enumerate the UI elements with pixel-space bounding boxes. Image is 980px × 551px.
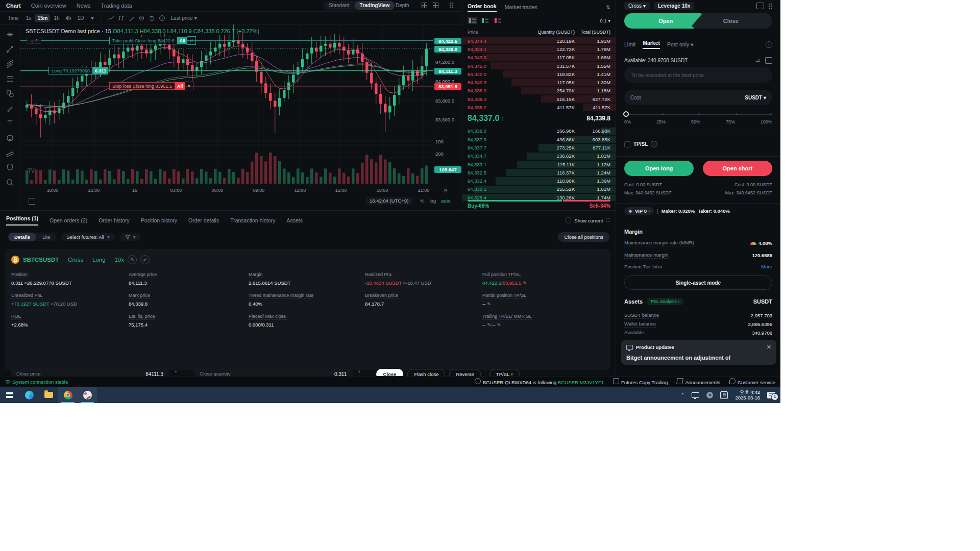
leverage-select[interactable]: Leverage 10x <box>654 2 694 10</box>
interval-1h[interactable]: 1h <box>51 14 62 22</box>
cost-input[interactable] <box>641 94 745 101</box>
scale-log[interactable]: log <box>429 198 436 204</box>
interval-4h[interactable]: 4h <box>63 14 74 22</box>
take-profit-close-icon[interactable]: ✕ <box>187 36 196 45</box>
drag-handle-icon[interactable] <box>449 2 453 8</box>
calculator-icon[interactable] <box>756 3 764 9</box>
filter-icon[interactable]: ▾ <box>120 233 141 241</box>
tab-depth[interactable]: Depth <box>396 3 409 8</box>
bid-row[interactable]: 84,332.4118.90K1.36M <box>462 177 616 185</box>
magnet-icon[interactable] <box>6 163 15 172</box>
expand-panel-icon[interactable]: ⛶ <box>606 217 609 223</box>
fullscreen-icon[interactable] <box>29 198 35 205</box>
order-type-info-icon[interactable]: i <box>766 41 772 48</box>
candlestick-chart[interactable] <box>20 24 433 186</box>
shapes-icon[interactable] <box>6 89 15 98</box>
chrome-icon[interactable] <box>58 387 78 403</box>
customer-service-link[interactable]: Customer service <box>729 378 775 385</box>
interval-15m[interactable]: 15m <box>35 14 50 22</box>
tab-open-orders-2-[interactable]: Open orders (2) <box>50 217 87 223</box>
tab-assets[interactable]: Assets <box>286 217 303 223</box>
toast-body[interactable]: Bitget announcement on adjustment of <box>626 355 771 361</box>
stop-loss-line-label[interactable]: Stop loss Close long 83951.5All✕ <box>109 82 193 90</box>
interval-1s[interactable]: 1s <box>23 14 34 22</box>
panel-menu-icon[interactable] <box>768 3 772 9</box>
stop-loss-all-badge[interactable]: All <box>175 82 185 90</box>
scale-auto[interactable]: auto <box>441 198 451 204</box>
single-asset-mode-button[interactable]: Single-asset mode <box>624 276 772 290</box>
tray-app-icon[interactable]: ● <box>706 392 713 398</box>
close-all-positions-button[interactable]: Close all positions <box>558 232 609 242</box>
edge-icon[interactable] <box>19 387 39 403</box>
crosshair-icon[interactable] <box>6 30 15 39</box>
price-axis[interactable]: 84,422.684,338.084,200.084,111.384,000.0… <box>433 24 462 194</box>
chart-clock[interactable]: 16:42:04 (UTC+9) <box>365 197 412 205</box>
tpsl-info-icon[interactable]: i <box>651 141 657 147</box>
ask-row[interactable]: 84,338.3516.15K927.72K <box>462 95 616 103</box>
chart-style-icon[interactable] <box>107 14 115 22</box>
ask-row[interactable]: 84,344.4120.19K1.91M <box>462 37 616 45</box>
tpsl-checkbox[interactable] <box>624 141 630 147</box>
transfer-icon[interactable]: ⇄ <box>756 58 760 63</box>
open-long-button[interactable]: Open long <box>624 161 694 176</box>
tab-positions-1-[interactable]: Positions (1) <box>6 215 38 226</box>
notifications-icon[interactable]: 1 <box>767 392 775 398</box>
show-current-checkbox[interactable] <box>565 217 571 223</box>
futures-copy-trading-link[interactable]: Futures Copy Trading <box>613 378 668 385</box>
precision-select[interactable]: 0.1 ▾ <box>600 18 610 23</box>
zoom-icon[interactable] <box>6 178 15 187</box>
futures-filter-select[interactable]: Select futures: All▾ <box>61 233 114 241</box>
bid-row[interactable]: 84,332.5116.37K1.24M <box>462 168 616 177</box>
nav-item-trading-data[interactable]: Trading data <box>101 3 132 9</box>
ask-row[interactable]: 84,342.0131.57K1.55M <box>462 62 616 70</box>
tab-market-trades[interactable]: Market trades <box>505 4 537 10</box>
bid-row[interactable]: 84,334.7136.62K1.01M <box>462 152 616 160</box>
file-explorer-icon[interactable] <box>39 387 58 403</box>
tab-standard[interactable]: Standard <box>324 1 355 10</box>
announcements-link[interactable]: Announcements <box>677 378 720 385</box>
bid-row[interactable]: 84,330.1255.52K1.61M <box>462 185 616 193</box>
ask-row[interactable]: 84,340.0118.82K1.41M <box>462 70 616 78</box>
layout-split-icon[interactable] <box>433 3 438 8</box>
ask-row[interactable]: 84,343.0117.05K1.66M <box>462 54 616 62</box>
position-leverage[interactable]: 10x <box>114 257 124 263</box>
tab-transaction-history[interactable]: Transaction history <box>230 217 275 223</box>
bid-row[interactable]: 84,333.1115.11K1.12M <box>462 160 616 168</box>
edit-icon[interactable]: ✎ <box>487 302 491 307</box>
open-short-button[interactable]: Open short <box>703 161 772 176</box>
ask-row[interactable]: 84,338.2411.57K411.57K <box>462 103 616 111</box>
stop-loss-close-icon[interactable]: ✕ <box>185 82 194 90</box>
take-profit-line-label[interactable]: Take profit Close long 84422.6All✕ <box>109 37 196 44</box>
interval-1D[interactable]: 1D <box>75 14 87 22</box>
interval-more-button[interactable]: ▾ <box>88 14 96 22</box>
tab-market[interactable]: Market <box>643 40 660 49</box>
ask-row[interactable]: 84,340.3117.05K1.30M <box>462 78 616 86</box>
book-mode-asks-icon[interactable] <box>493 17 503 24</box>
bid-row[interactable]: 84,338.0166.98K166.98K <box>462 127 616 135</box>
fib-icon[interactable] <box>6 74 15 83</box>
tab-position-history[interactable]: Position history <box>141 217 177 223</box>
toast-close-icon[interactable]: ✕ <box>767 344 771 350</box>
share-position-icon[interactable]: ⇗ <box>140 255 150 264</box>
ruler-icon[interactable] <box>6 148 15 157</box>
text-icon[interactable] <box>6 118 15 128</box>
start-button[interactable] <box>0 387 19 403</box>
order-book-settings-icon[interactable]: ⇅ <box>606 4 610 10</box>
bid-row[interactable]: 84,337.7273.25K877.11K <box>462 143 616 152</box>
ask-row[interactable]: 84,338.0254.70K1.18M <box>462 87 616 95</box>
last-price[interactable]: 84,337.0 <box>468 114 499 123</box>
ime-icon[interactable]: 한 <box>720 391 728 399</box>
indicators-icon[interactable] <box>117 14 126 22</box>
collapsed-indicators-box[interactable]: ⌄ 4 <box>27 37 41 44</box>
edit-tpsl-icon[interactable]: ✎ <box>523 281 527 286</box>
time-axis[interactable]: 18:0021:001603:0006:0009:0012:0015:0018:… <box>20 186 433 194</box>
nav-item-news[interactable]: News <box>77 3 91 9</box>
network-icon[interactable] <box>692 392 699 398</box>
screenshot-icon[interactable] <box>138 14 146 22</box>
tab-tradingview[interactable]: TradingView <box>355 1 395 10</box>
copy-trading-status[interactable]: BGUSER-QLBWXD64 is following BGUSER-M3JV… <box>475 378 604 385</box>
tab-order-book[interactable]: Order book <box>468 3 497 12</box>
amount-slider[interactable]: 0%25%50%75%100% <box>624 111 772 124</box>
draw-icon[interactable] <box>128 14 136 22</box>
book-mode-both-icon[interactable] <box>468 17 477 24</box>
